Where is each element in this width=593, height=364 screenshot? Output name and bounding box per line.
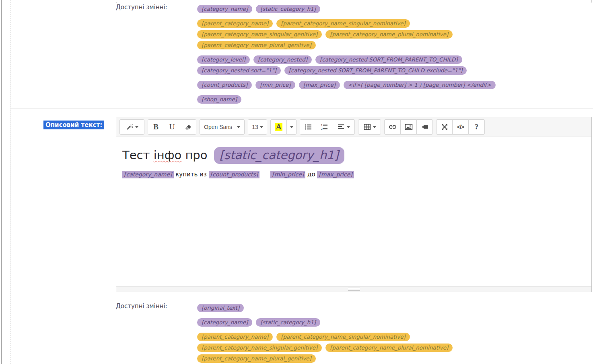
heading-misspelled-word: інфо — [154, 148, 182, 162]
variable-badge[interactable]: [parent_category_name_singular_nominativ… — [276, 19, 410, 28]
available-variables-label: Доступні змінні: — [116, 4, 167, 11]
variable-badge[interactable]: [parent_category_name_plural_genitive] — [197, 354, 316, 363]
variable-badge[interactable]: [category_name] — [197, 5, 252, 13]
editor-heading: Тест інфо про[static_category_h1] — [122, 147, 585, 164]
table-icon — [363, 123, 371, 131]
variable-badge[interactable]: [static_category_h1] — [214, 147, 344, 164]
paragraph-text: до — [305, 171, 317, 178]
text-color-button[interactable]: A — [270, 119, 287, 135]
variable-badge[interactable]: [parent_category_name_singular_nominativ… — [276, 333, 410, 341]
variable-badge[interactable]: [parent_category_name_singular_genitive] — [197, 30, 322, 39]
variable-badge[interactable]: [category_nested sort="1"] — [197, 66, 281, 75]
font-family-value: Open Sans — [204, 124, 232, 130]
source-code-button[interactable]: </> — [452, 119, 469, 135]
variable-badge[interactable]: [max_price] — [317, 171, 354, 178]
editor-paragraph: [category_name] купить из [count_product… — [122, 171, 585, 178]
truncated-input-field[interactable] — [116, 0, 592, 3]
variable-badge[interactable]: [count_products] — [197, 81, 252, 89]
variable-badge-group: [category_name][static_category_h1] — [197, 317, 542, 328]
svg-text:2: 2 — [321, 127, 322, 131]
fullscreen-icon — [441, 123, 449, 131]
variable-badge[interactable]: [static_category_h1] — [256, 318, 320, 327]
variable-badge[interactable]: [max_price] — [299, 81, 340, 89]
text-color-dropdown-button[interactable] — [286, 119, 296, 135]
eraser-icon — [184, 123, 192, 131]
variable-badge-group: [original_text] — [197, 303, 542, 313]
variable-badge[interactable]: [static_category_h1] — [256, 5, 320, 13]
resize-handle[interactable] — [348, 288, 360, 290]
variable-badge[interactable]: [category_level] — [197, 55, 250, 64]
editor-toolbar: B U Open Sans 13 — [116, 117, 591, 137]
variable-badge[interactable]: [original_text] — [197, 304, 244, 312]
panel-border-line — [1, 0, 2, 364]
insert-video-button[interactable] — [416, 119, 433, 135]
magic-wand-icon — [126, 123, 134, 131]
chevron-down-icon — [135, 126, 138, 128]
variable-badge[interactable]: [category_nested SORT_FROM_PARENT_TO_CHI… — [315, 55, 462, 64]
variable-badge[interactable]: [parent_category_name_plural_genitive] — [197, 41, 316, 49]
variable-badge[interactable]: <if>( [page_number] > 1 ) [page_number] … — [344, 81, 496, 89]
tree-guide-dashed-line — [10, 0, 10, 364]
field-label-descriptive-text: Описовий текст: — [43, 121, 104, 129]
video-icon — [420, 123, 429, 131]
variable-badge[interactable]: [parent_category_name] — [197, 333, 273, 341]
available-variables-list: [original_text][category_name][static_ca… — [197, 303, 542, 364]
image-icon — [404, 123, 413, 131]
svg-text:1: 1 — [321, 123, 322, 127]
variable-badge[interactable]: [category_nested] — [253, 55, 312, 64]
chevron-down-icon — [290, 126, 293, 128]
link-icon — [388, 123, 397, 131]
variable-badge-group: [category_level][category_nested][catego… — [197, 54, 542, 76]
underline-button[interactable]: U — [164, 119, 180, 135]
editor-content-area[interactable]: Тест інфо про[static_category_h1] [categ… — [116, 137, 591, 285]
font-size-select[interactable]: 13 — [248, 119, 267, 135]
bold-button[interactable]: B — [148, 119, 164, 135]
variable-badge[interactable]: [category_nested SORT_FROM_PARENT_TO_CHI… — [284, 66, 467, 75]
variable-badge[interactable]: [parent_category_name] — [197, 19, 273, 28]
chevron-down-icon — [237, 126, 240, 128]
variable-badge[interactable]: [parent_category_name_plural_nominative] — [325, 344, 453, 352]
variable-badge[interactable]: [parent_category_name_plural_nominative] — [325, 30, 453, 39]
variable-badge-group: [parent_category_name][parent_category_n… — [197, 18, 542, 51]
font-size-value: 13 — [252, 124, 258, 130]
insert-link-button[interactable] — [384, 119, 401, 135]
variable-badge[interactable]: [min_price] — [270, 171, 305, 178]
editor-statusbar — [116, 286, 591, 292]
wysiwyg-editor: B U Open Sans 13 — [116, 117, 592, 292]
align-dropdown-button[interactable] — [332, 119, 355, 135]
chevron-down-icon — [260, 126, 263, 128]
variable-badge[interactable]: [category_name] — [197, 318, 252, 327]
magic-tools-dropdown-button[interactable] — [119, 119, 144, 135]
align-left-icon — [337, 123, 345, 131]
paragraph-text: купить из — [174, 171, 209, 178]
font-family-select[interactable]: Open Sans — [200, 119, 245, 135]
variable-badge-group: [shop_name] — [197, 94, 542, 105]
numbered-list-icon: 1 2 — [320, 123, 328, 131]
variable-badge[interactable]: [count_products] — [209, 171, 260, 178]
bullet-list-icon — [304, 123, 312, 131]
variable-badge-group: [count_products][min_price][max_price]<i… — [197, 80, 542, 90]
numbered-list-button[interactable]: 1 2 — [316, 119, 332, 135]
table-dropdown-button[interactable] — [358, 119, 381, 135]
bullet-list-button[interactable] — [300, 119, 316, 135]
variable-badge[interactable]: [category_name] — [122, 171, 174, 178]
fullscreen-button[interactable] — [436, 119, 453, 135]
variable-badge-group: [parent_category_name][parent_category_n… — [197, 331, 542, 364]
available-variables-list: [category_name][static_category_h1][pare… — [197, 4, 542, 108]
heading-text: про — [181, 148, 207, 162]
help-button[interactable]: ? — [468, 119, 485, 135]
chevron-down-icon — [373, 126, 376, 128]
heading-text: Тест — [122, 148, 154, 162]
variable-badge-group: [category_name][static_category_h1] — [197, 4, 542, 14]
chevron-down-icon — [347, 126, 350, 128]
available-variables-label: Доступні змінні: — [116, 303, 167, 310]
insert-image-button[interactable] — [400, 119, 417, 135]
clear-formatting-button[interactable] — [180, 119, 196, 135]
variable-badge[interactable]: [shop_name] — [197, 95, 241, 104]
text-color-letter: A — [275, 123, 283, 131]
variable-badge[interactable]: [min_price] — [255, 81, 295, 89]
variable-badge[interactable]: [parent_category_name_singular_genitive] — [197, 344, 322, 352]
section-divider — [11, 108, 593, 109]
